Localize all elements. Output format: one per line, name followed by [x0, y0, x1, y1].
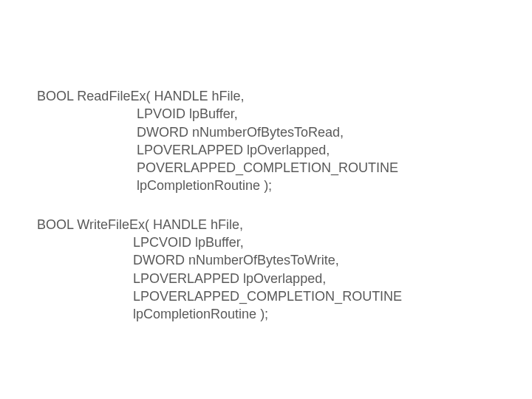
indent: [37, 287, 133, 305]
code-slide: BOOL ReadFileEx( HANDLE hFile, LPVOID lp…: [0, 0, 532, 324]
indent: [37, 159, 137, 177]
param-row: DWORD nNumberOfBytesToRead,: [37, 123, 532, 141]
param-text: LPOVERLAPPED lpOverlapped,: [133, 270, 326, 287]
indent: [37, 270, 133, 287]
param-text: LPOVERLAPPED_COMPLETION_ROUTINE: [133, 287, 402, 305]
param-row: LPOVERLAPPED lpOverlapped,: [37, 141, 532, 159]
indent: [37, 177, 137, 194]
param-text: LPVOID lpBuffer,: [137, 105, 238, 123]
param-row: LPOVERLAPPED lpOverlapped,: [37, 270, 532, 287]
indent: [37, 105, 137, 123]
indent: [37, 123, 137, 141]
signature-row: BOOL ReadFileEx( HANDLE hFile,: [37, 87, 532, 105]
param-text: LPOVERLAPPED lpOverlapped,: [137, 141, 330, 159]
param-text: LPCVOID lpBuffer,: [133, 233, 244, 251]
param-row: lpCompletionRoutine );: [37, 177, 532, 194]
indent: [37, 233, 133, 251]
signature-row: BOOL WriteFileEx( HANDLE hFile,: [37, 216, 532, 233]
param-text: lpCompletionRoutine );: [137, 177, 272, 194]
indent: [37, 305, 133, 323]
indent: [37, 141, 137, 159]
param-text: POVERLAPPED_COMPLETION_ROUTINE: [137, 159, 398, 177]
param-row: LPCVOID lpBuffer,: [37, 233, 532, 251]
writefileex-signature: BOOL WriteFileEx( HANDLE hFile, LPCVOID …: [37, 216, 532, 324]
indent: [37, 251, 133, 269]
param-text: DWORD nNumberOfBytesToRead,: [137, 123, 344, 141]
param-row: LPVOID lpBuffer,: [37, 105, 532, 123]
signature-prefix: BOOL ReadFileEx(: [37, 87, 154, 105]
param-row: DWORD nNumberOfBytesToWrite,: [37, 251, 532, 269]
param-text: HANDLE hFile,: [154, 87, 244, 105]
param-text: HANDLE hFile,: [153, 216, 243, 233]
signature-prefix: BOOL WriteFileEx(: [37, 216, 153, 233]
param-text: lpCompletionRoutine );: [133, 305, 268, 323]
param-text: DWORD nNumberOfBytesToWrite,: [133, 251, 339, 269]
param-row: lpCompletionRoutine );: [37, 305, 532, 323]
param-row: LPOVERLAPPED_COMPLETION_ROUTINE: [37, 287, 532, 305]
param-row: POVERLAPPED_COMPLETION_ROUTINE: [37, 159, 532, 177]
readfileex-signature: BOOL ReadFileEx( HANDLE hFile, LPVOID lp…: [37, 87, 532, 195]
